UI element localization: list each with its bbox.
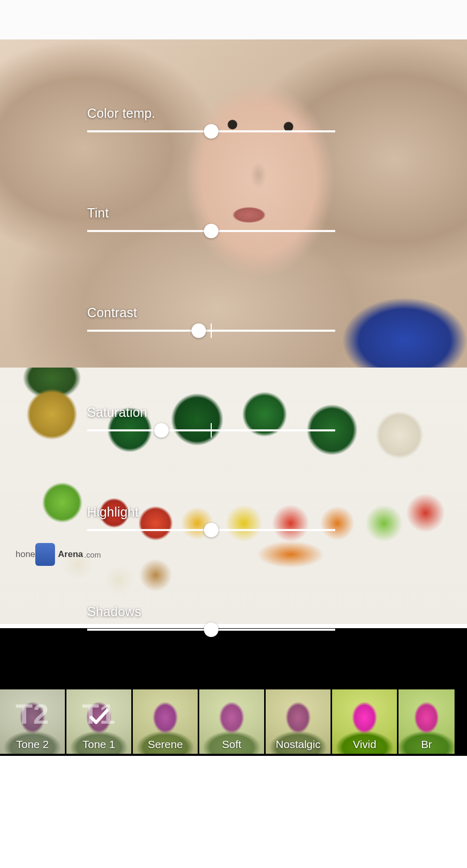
- slider-center-tick: [211, 423, 212, 438]
- bottom-padding: [0, 756, 467, 868]
- filter-name: Vivid: [332, 738, 397, 751]
- filter-chip-tone1[interactable]: T1Tone 1: [66, 689, 131, 754]
- filter-name: Soft: [199, 738, 264, 751]
- filter-name: Tone 1: [66, 738, 131, 751]
- filter-chip-soft[interactable]: Soft: [199, 689, 264, 754]
- slider-tint[interactable]: Tint: [87, 206, 335, 232]
- slider-thumb[interactable]: [154, 423, 169, 438]
- slider-track[interactable]: [87, 330, 335, 332]
- filter-big-label: T2: [0, 698, 65, 730]
- filter-chip-serene[interactable]: Serene: [133, 689, 198, 754]
- slider-saturation[interactable]: Saturation: [87, 405, 335, 431]
- slider-thumb[interactable]: [204, 124, 218, 139]
- filter-name: Tone 2: [0, 738, 65, 751]
- filter-chip-nostalgic[interactable]: Nostalgic: [266, 689, 331, 754]
- sliders-overlay: Color temp.TintContrastSaturationHighlig…: [0, 39, 467, 689]
- slider-shadows[interactable]: Shadows: [87, 604, 335, 631]
- check-icon: [87, 704, 111, 728]
- status-bar-area: [0, 0, 467, 39]
- filter-name: Serene: [133, 738, 198, 751]
- slider-highlight[interactable]: Highlight: [87, 505, 335, 531]
- slider-label: Highlight: [87, 505, 335, 520]
- photo-editor-screen: hone Arena .com Color temp.TintContrastS…: [0, 0, 467, 868]
- slider-track[interactable]: [87, 629, 335, 631]
- slider-track[interactable]: [87, 429, 335, 431]
- slider-track[interactable]: [87, 130, 335, 132]
- slider-color_temp[interactable]: Color temp.: [87, 106, 335, 132]
- slider-label: Shadows: [87, 604, 335, 619]
- slider-track[interactable]: [87, 230, 335, 232]
- filter-chip-breeze[interactable]: Br: [399, 689, 455, 754]
- slider-thumb[interactable]: [204, 523, 218, 537]
- slider-label: Contrast: [87, 305, 335, 320]
- slider-label: Tint: [87, 206, 335, 221]
- filter-chip-tone2[interactable]: T2Tone 2: [0, 689, 65, 754]
- filter-name: Br: [399, 738, 455, 751]
- filter-name: Nostalgic: [266, 738, 331, 751]
- filter-strip[interactable]: T2Tone 2T1Tone 1SereneSoftNostalgicVivid…: [0, 689, 467, 756]
- slider-label: Color temp.: [87, 106, 335, 121]
- slider-thumb[interactable]: [191, 323, 206, 338]
- slider-thumb[interactable]: [204, 224, 218, 238]
- slider-center-tick: [211, 323, 212, 338]
- slider-label: Saturation: [87, 405, 335, 420]
- slider-track[interactable]: [87, 529, 335, 531]
- slider-contrast[interactable]: Contrast: [87, 305, 335, 332]
- slider-thumb[interactable]: [204, 622, 218, 637]
- filter-chip-vivid[interactable]: Vivid: [332, 689, 397, 754]
